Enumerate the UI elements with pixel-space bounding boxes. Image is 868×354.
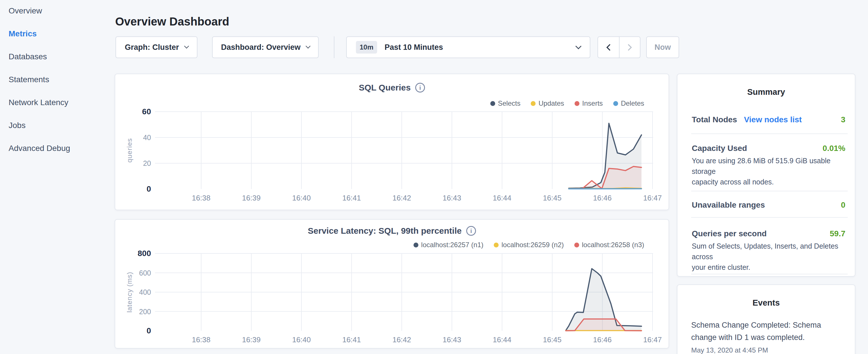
- summary-row-value: 0: [841, 200, 845, 210]
- events-list: Schema Change Completed: Schema change w…: [677, 319, 855, 354]
- x-tick-label: 16:47: [643, 194, 662, 202]
- y-tick-label: 600: [139, 269, 151, 277]
- summary-row-value: 59.7: [830, 229, 846, 238]
- summary-row-description: Sum of Selects, Updates, Inserts, and De…: [692, 241, 845, 273]
- chevron-left-icon: [606, 44, 613, 51]
- summary-row-unavailable-ranges: Unavailable ranges0: [691, 191, 848, 217]
- summary-panel-title: Summary: [677, 74, 855, 97]
- summary-row-capacity-used: Capacity Used0.01%You are using 28.6 MiB…: [691, 133, 848, 191]
- page-title: Overview Dashboard: [115, 15, 229, 28]
- service-latency-chart-plot: 16:3816:3916:4016:4116:4216:4316:4416:45…: [115, 220, 669, 348]
- x-tick-label: 16:43: [442, 194, 461, 202]
- chevron-down-icon: [576, 43, 582, 49]
- chevron-down-icon: [306, 44, 310, 49]
- summary-row-value: 0.01%: [823, 144, 845, 153]
- view-nodes-list-link[interactable]: View nodes list: [744, 115, 802, 124]
- y-tick-label: 40: [143, 133, 151, 141]
- x-tick-label: 16:44: [493, 335, 511, 344]
- time-range-dropdown[interactable]: 10m Past 10 Minutes: [346, 36, 590, 58]
- time-range-label: Past 10 Minutes: [384, 43, 443, 52]
- y-axis-title: latency (ms): [125, 272, 133, 313]
- event-text: Schema Change Completed: Schema change w…: [691, 319, 843, 344]
- events-panel-title: Events: [677, 285, 855, 308]
- sidebar-item-statements[interactable]: Statements: [9, 75, 115, 98]
- summary-rows: Total NodesView nodes list3Capacity Used…: [677, 97, 855, 304]
- dashboard-dropdown-label: Dashboard: Overview: [221, 43, 301, 52]
- x-tick-label: 16:41: [342, 335, 361, 344]
- now-button-label: Now: [654, 43, 671, 52]
- x-tick-label: 16:47: [643, 335, 662, 344]
- summary-row-label: Total Nodes: [692, 115, 737, 124]
- summary-row-total-nodes: Total NodesView nodes list3: [691, 97, 848, 133]
- sidebar-item-databases[interactable]: Databases: [9, 52, 115, 75]
- events-panel: Events Schema Change Completed: Schema c…: [677, 284, 856, 354]
- y-tick-label: 0: [147, 185, 151, 193]
- summary-row-head: Unavailable ranges0: [692, 200, 845, 210]
- sidebar-item-jobs[interactable]: Jobs: [9, 121, 115, 144]
- x-tick-label: 16:42: [392, 335, 411, 344]
- summary-row-value: 3: [841, 115, 845, 124]
- x-tick-label: 16:45: [543, 194, 561, 202]
- sidebar-item-advanced-debug[interactable]: Advanced Debug: [9, 144, 115, 167]
- time-range-badge: 10m: [356, 41, 377, 54]
- sidebar-item-network-latency[interactable]: Network Latency: [9, 98, 115, 121]
- x-tick-label: 16:45: [543, 335, 561, 344]
- x-tick-label: 16:40: [292, 194, 311, 202]
- x-tick-label: 16:38: [192, 194, 210, 202]
- summary-row-head: Capacity Used0.01%: [692, 144, 845, 153]
- x-tick-label: 16:46: [593, 194, 612, 202]
- service-latency-chart-card: Service Latency: SQL, 99th percentile i …: [115, 219, 669, 349]
- x-tick-label: 16:39: [242, 194, 260, 202]
- dashboard-dropdown[interactable]: Dashboard: Overview: [212, 36, 319, 58]
- summary-row-label: Queries per second: [692, 229, 767, 238]
- graph-source-dropdown-label: Graph: Cluster: [125, 43, 179, 52]
- sidebar-nav-list: OverviewMetricsDatabasesStatementsNetwor…: [0, 0, 115, 167]
- x-tick-label: 16:46: [593, 335, 612, 344]
- x-tick-label: 16:43: [442, 335, 461, 344]
- sidebar-item-overview[interactable]: Overview: [9, 6, 115, 29]
- now-button[interactable]: Now: [646, 36, 679, 58]
- graph-source-dropdown[interactable]: Graph: Cluster: [116, 36, 197, 58]
- time-step-forward-button[interactable]: [619, 37, 640, 58]
- sql-queries-chart-card: SQL Queries i SelectsUpdatesInsertsDelet…: [115, 74, 669, 210]
- cluster-summary-panel: Summary Total NodesView nodes list3Capac…: [677, 74, 856, 277]
- sidebar: OverviewMetricsDatabasesStatementsNetwor…: [0, 0, 115, 354]
- event-item[interactable]: Schema Change Completed: Schema change w…: [691, 319, 843, 354]
- summary-row-description: You are using 28.6 MiB of 515.9 GiB usab…: [692, 156, 845, 187]
- sql-queries-chart-plot: 16:3816:3916:4016:4116:4216:4316:4416:45…: [115, 74, 669, 210]
- y-tick-label: 800: [137, 249, 151, 258]
- summary-row-head: Total NodesView nodes list3: [692, 115, 845, 124]
- x-tick-label: 16:44: [493, 194, 511, 202]
- summary-row-head: Queries per second59.7: [692, 229, 845, 238]
- y-tick-label: 60: [142, 107, 151, 116]
- chevron-down-icon: [184, 44, 189, 49]
- x-tick-label: 16:41: [342, 194, 361, 202]
- y-tick-label: 400: [139, 288, 151, 296]
- chevron-right-icon: [625, 44, 632, 51]
- x-tick-label: 16:39: [242, 335, 260, 344]
- y-axis-title: queries: [125, 138, 133, 163]
- y-tick-label: 0: [147, 326, 151, 335]
- sidebar-item-metrics[interactable]: Metrics: [9, 29, 115, 52]
- event-timestamp: May 13, 2020 at 4:45 PM: [691, 346, 843, 354]
- time-step-back-button[interactable]: [598, 37, 619, 58]
- y-tick-label: 20: [143, 159, 151, 167]
- x-tick-label: 16:40: [292, 335, 311, 344]
- x-tick-label: 16:42: [392, 194, 411, 202]
- summary-row-label: Unavailable ranges: [692, 200, 765, 210]
- summary-row-queries-per-second: Queries per second59.7Sum of Selects, Up…: [691, 217, 848, 274]
- x-tick-label: 16:38: [192, 335, 210, 344]
- summary-row-label: Capacity Used: [692, 144, 747, 153]
- y-tick-label: 200: [139, 308, 151, 316]
- time-window-stepper: [597, 36, 641, 58]
- toolbar-divider: [334, 36, 334, 58]
